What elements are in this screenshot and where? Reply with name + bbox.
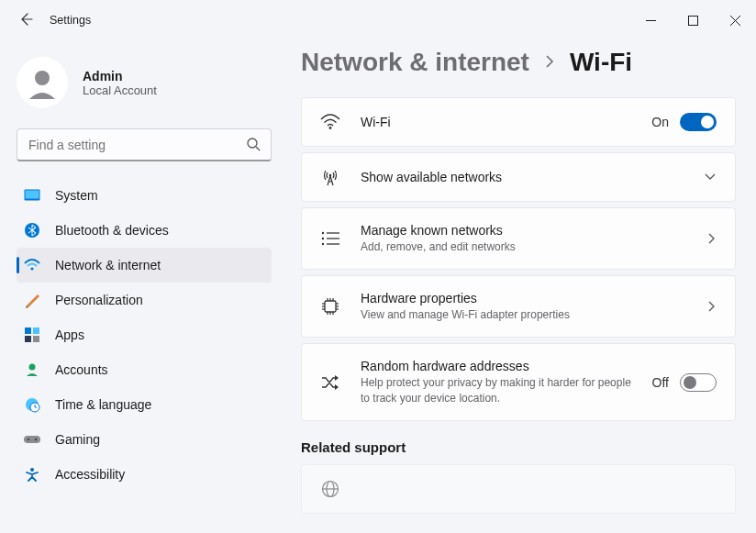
known-networks-card[interactable]: Manage known networks Add, remove, and e… xyxy=(301,207,736,270)
globe-icon xyxy=(320,480,340,498)
window-controls xyxy=(629,6,756,35)
breadcrumb-current: Wi-Fi xyxy=(570,48,632,77)
window-title: Settings xyxy=(50,14,91,27)
antenna-icon xyxy=(320,168,340,186)
maximize-button[interactable] xyxy=(672,6,714,35)
svg-rect-6 xyxy=(26,191,39,199)
sidebar-item-label: Gaming xyxy=(55,432,100,447)
sidebar: Admin Local Account System Bluetooth & d… xyxy=(0,40,281,533)
svg-rect-12 xyxy=(33,336,39,342)
sidebar-item-label: System xyxy=(55,188,98,203)
svg-line-4 xyxy=(256,147,260,150)
card-title: Random hardware addresses xyxy=(361,359,632,373)
profile-block[interactable]: Admin Local Account xyxy=(17,40,272,128)
chevron-right-icon xyxy=(707,232,717,245)
sidebar-item-system[interactable]: System xyxy=(17,178,272,213)
sidebar-item-time[interactable]: Time & language xyxy=(17,387,272,422)
shuffle-icon xyxy=(320,375,340,390)
wifi-icon xyxy=(320,114,340,130)
svg-point-24 xyxy=(322,238,324,239)
sidebar-item-apps[interactable]: Apps xyxy=(17,317,272,352)
toggle-label: Off xyxy=(652,375,669,390)
related-support-card[interactable] xyxy=(301,464,736,514)
sidebar-item-label: Accounts xyxy=(55,362,108,377)
sidebar-item-accessibility[interactable]: Accessibility xyxy=(17,457,272,492)
nav: System Bluetooth & devices Network & int… xyxy=(17,178,272,533)
svg-point-18 xyxy=(35,439,37,440)
search-input[interactable] xyxy=(17,128,272,161)
sidebar-item-label: Accessibility xyxy=(55,467,125,482)
chevron-right-icon xyxy=(544,54,555,72)
card-title: Manage known networks xyxy=(361,223,687,238)
minimize-button[interactable] xyxy=(629,6,672,35)
sidebar-item-network[interactable]: Network & internet xyxy=(17,248,272,283)
svg-point-19 xyxy=(30,468,34,472)
card-subtitle: Add, remove, and edit networks xyxy=(361,239,687,254)
profile-subtitle: Local Account xyxy=(83,83,157,97)
card-title: Hardware properties xyxy=(361,291,687,305)
sidebar-item-label: Apps xyxy=(55,328,84,342)
accessibility-icon xyxy=(24,466,40,483)
close-button[interactable] xyxy=(714,6,756,35)
chip-icon xyxy=(320,297,340,316)
brush-icon xyxy=(24,292,40,308)
svg-rect-11 xyxy=(25,336,31,342)
titlebar: Settings xyxy=(0,0,756,40)
sidebar-item-personalization[interactable]: Personalization xyxy=(17,283,272,317)
svg-rect-28 xyxy=(325,301,336,312)
apps-icon xyxy=(24,327,40,343)
card-subtitle: Help protect your privacy by making it h… xyxy=(361,375,632,405)
available-networks-card[interactable]: Show available networks xyxy=(301,152,736,202)
svg-point-17 xyxy=(28,439,29,440)
card-title: Show available networks xyxy=(361,170,684,184)
svg-rect-9 xyxy=(25,328,31,334)
random-hw-card[interactable]: Random hardware addresses Help protect y… xyxy=(301,343,736,420)
svg-point-26 xyxy=(322,243,324,245)
list-icon xyxy=(320,231,340,246)
main-panel: Network & internet Wi-Fi Wi-Fi On Show a… xyxy=(281,40,756,533)
search-icon xyxy=(246,137,261,154)
person-icon xyxy=(24,361,40,378)
card-title xyxy=(361,482,717,496)
wifi-toggle[interactable] xyxy=(680,113,717,131)
svg-point-2 xyxy=(35,71,50,85)
random-hw-toggle[interactable] xyxy=(680,373,717,392)
sidebar-item-label: Time & language xyxy=(55,397,151,412)
avatar xyxy=(17,57,68,108)
svg-point-22 xyxy=(322,232,324,234)
system-icon xyxy=(24,187,40,204)
back-button[interactable] xyxy=(18,12,33,29)
breadcrumb: Network & internet Wi-Fi xyxy=(301,48,736,77)
toggle-label: On xyxy=(651,115,669,129)
gamepad-icon xyxy=(24,431,40,448)
sidebar-item-gaming[interactable]: Gaming xyxy=(17,422,272,457)
sidebar-item-bluetooth[interactable]: Bluetooth & devices xyxy=(17,213,272,248)
wifi-card[interactable]: Wi-Fi On xyxy=(301,97,736,147)
svg-point-13 xyxy=(29,364,36,371)
breadcrumb-parent[interactable]: Network & internet xyxy=(301,48,529,77)
svg-rect-10 xyxy=(33,328,39,334)
svg-point-20 xyxy=(329,127,332,129)
chevron-right-icon xyxy=(707,300,717,313)
card-title: Wi-Fi xyxy=(361,115,631,129)
related-support-heading: Related support xyxy=(301,439,736,455)
svg-point-21 xyxy=(329,174,332,177)
profile-name: Admin xyxy=(83,69,157,83)
svg-point-3 xyxy=(248,139,257,148)
svg-rect-1 xyxy=(688,16,697,25)
hardware-properties-card[interactable]: Hardware properties View and manage Wi-F… xyxy=(301,275,736,338)
chevron-down-icon xyxy=(704,172,717,182)
card-subtitle: View and manage Wi-Fi adapter properties xyxy=(361,307,687,322)
bluetooth-icon xyxy=(24,222,40,239)
svg-rect-16 xyxy=(24,436,40,443)
svg-point-8 xyxy=(30,267,33,270)
sidebar-item-accounts[interactable]: Accounts xyxy=(17,352,272,387)
sidebar-item-label: Bluetooth & devices xyxy=(55,223,169,238)
globe-clock-icon xyxy=(24,396,40,413)
sidebar-item-label: Network & internet xyxy=(55,258,161,272)
sidebar-item-label: Personalization xyxy=(55,293,143,307)
wifi-icon xyxy=(24,257,40,273)
